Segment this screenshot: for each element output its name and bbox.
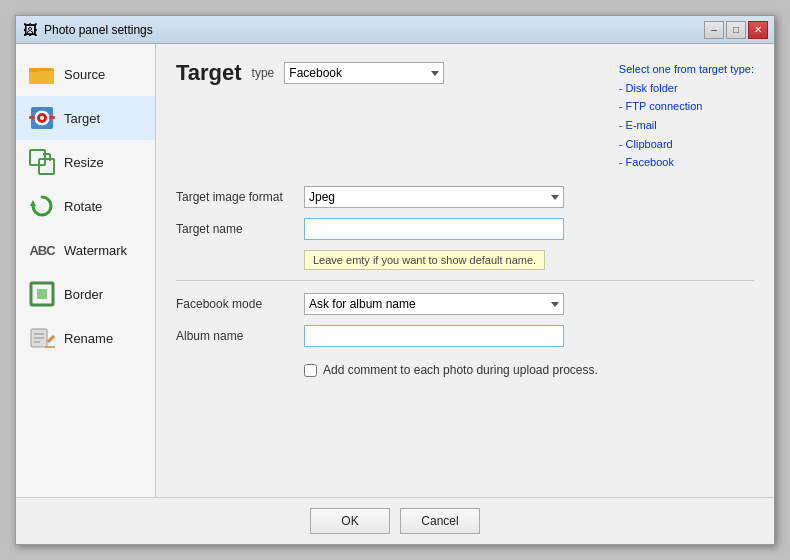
target-name-label: Target name xyxy=(176,222,296,236)
type-label: type xyxy=(252,66,275,80)
sidebar-label-target: Target xyxy=(64,111,100,126)
svg-rect-15 xyxy=(37,289,47,299)
hint-disk-folder: - Disk folder xyxy=(619,79,754,98)
section-title: Target xyxy=(176,60,242,86)
window-body: Source Target xyxy=(16,44,774,497)
tooltip-row: Leave emty if you want to show default n… xyxy=(304,250,754,270)
main-panel: Target type Facebook Disk folder FTP con… xyxy=(156,44,774,497)
sidebar-label-rotate: Rotate xyxy=(64,199,102,214)
svg-rect-9 xyxy=(30,150,45,165)
sidebar-label-watermark: Watermark xyxy=(64,243,127,258)
target-name-input[interactable] xyxy=(304,218,564,240)
window-icon: 🖼 xyxy=(22,22,38,38)
close-button[interactable]: ✕ xyxy=(748,21,768,39)
sidebar-label-border: Border xyxy=(64,287,103,302)
rename-icon xyxy=(28,324,56,352)
format-label: Target image format xyxy=(176,190,296,204)
album-name-label: Album name xyxy=(176,329,296,343)
facebook-mode-label: Facebook mode xyxy=(176,297,296,311)
sidebar-label-rename: Rename xyxy=(64,331,113,346)
ok-button[interactable]: OK xyxy=(310,508,390,534)
rotate-icon xyxy=(28,192,56,220)
titlebar-buttons: – □ ✕ xyxy=(704,21,768,39)
minimize-button[interactable]: – xyxy=(704,21,724,39)
hint-ftp: - FTP connection xyxy=(619,97,754,116)
sidebar-item-border[interactable]: Border xyxy=(16,272,155,316)
window-title: Photo panel settings xyxy=(44,23,704,37)
svg-marker-13 xyxy=(30,200,36,206)
footer: OK Cancel xyxy=(16,497,774,544)
hint-facebook: - Facebook xyxy=(619,153,754,172)
cancel-button[interactable]: Cancel xyxy=(400,508,480,534)
maximize-button[interactable]: □ xyxy=(726,21,746,39)
hints-panel: Select one from target type: - Disk fold… xyxy=(599,60,754,172)
sidebar-label-resize: Resize xyxy=(64,155,104,170)
resize-icon xyxy=(28,148,56,176)
target-name-row: Target name xyxy=(176,218,754,240)
sidebar-item-watermark[interactable]: ABC Watermark xyxy=(16,228,155,272)
sidebar: Source Target xyxy=(16,44,156,497)
header-left: Target type Facebook Disk folder FTP con… xyxy=(176,60,444,86)
target-icon xyxy=(28,104,56,132)
sidebar-label-source: Source xyxy=(64,67,105,82)
svg-rect-7 xyxy=(29,116,35,119)
section-header-row: Target type Facebook Disk folder FTP con… xyxy=(176,60,754,172)
folder-icon xyxy=(28,60,56,88)
svg-rect-2 xyxy=(29,68,39,72)
sidebar-item-target[interactable]: Target xyxy=(16,96,155,140)
album-name-input[interactable] xyxy=(304,325,564,347)
type-dropdown[interactable]: Facebook Disk folder FTP connection E-ma… xyxy=(284,62,444,84)
facebook-mode-dropdown[interactable]: Ask for album name Use album name below … xyxy=(304,293,564,315)
titlebar: 🖼 Photo panel settings – □ ✕ xyxy=(16,16,774,44)
sidebar-item-resize[interactable]: Resize xyxy=(16,140,155,184)
svg-marker-20 xyxy=(47,335,55,343)
watermark-icon: ABC xyxy=(28,236,56,264)
svg-rect-1 xyxy=(29,71,54,84)
comment-checkbox-label: Add comment to each photo during upload … xyxy=(323,363,598,377)
svg-rect-10 xyxy=(39,159,54,174)
main-window: 🖼 Photo panel settings – □ ✕ Source xyxy=(15,15,775,545)
tooltip-text: Leave emty if you want to show default n… xyxy=(304,250,545,270)
svg-point-6 xyxy=(40,116,44,120)
facebook-mode-row: Facebook mode Ask for album name Use alb… xyxy=(176,293,754,315)
comment-checkbox-row: Add comment to each photo during upload … xyxy=(304,363,754,377)
comment-checkbox[interactable] xyxy=(304,364,317,377)
album-name-row: Album name xyxy=(176,325,754,347)
border-icon xyxy=(28,280,56,308)
format-dropdown[interactable]: Jpeg PNG BMP TIFF xyxy=(304,186,564,208)
hint-email: - E-mail xyxy=(619,116,754,135)
sidebar-item-source[interactable]: Source xyxy=(16,52,155,96)
hint-clipboard: - Clipboard xyxy=(619,135,754,154)
format-row: Target image format Jpeg PNG BMP TIFF xyxy=(176,186,754,208)
sidebar-item-rotate[interactable]: Rotate xyxy=(16,184,155,228)
divider xyxy=(176,280,754,281)
hints-title: Select one from target type: xyxy=(619,60,754,79)
sidebar-item-rename[interactable]: Rename xyxy=(16,316,155,360)
svg-rect-8 xyxy=(49,116,55,119)
